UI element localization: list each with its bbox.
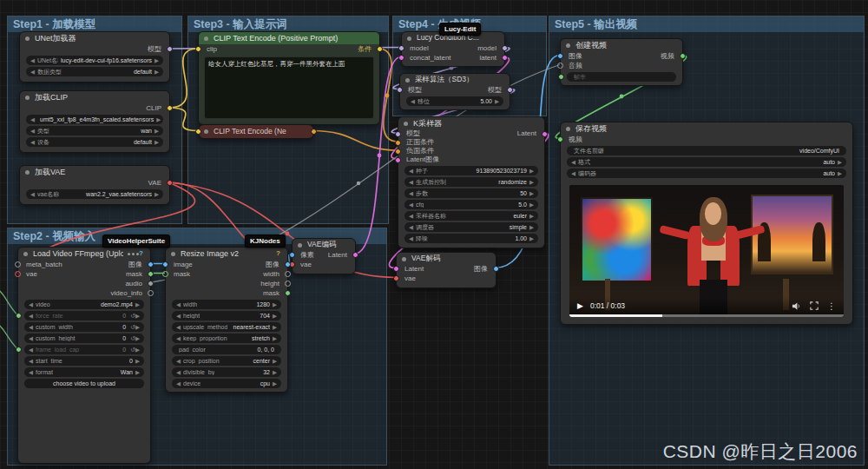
input-port-mask[interactable] (162, 271, 168, 277)
output-port-video[interactable] (680, 53, 686, 59)
right-arrow-icon[interactable] (155, 126, 159, 135)
input-port-fps[interactable] (558, 74, 564, 80)
group-step5-title[interactable]: Step5 - 输出视频 (549, 17, 864, 32)
left-arrow-icon[interactable] (30, 189, 35, 199)
node-ksampler[interactable]: K采样器 模型 Latent 正面条件 负面条件 Latent图像 种子9138… (398, 116, 545, 248)
right-arrow-icon[interactable] (155, 189, 159, 199)
left-arrow-icon[interactable] (29, 356, 33, 366)
left-arrow-icon[interactable] (30, 126, 35, 135)
input-port-latent-image[interactable] (395, 157, 401, 163)
group-step3-title[interactable]: Step3 - 输入提示词 (188, 17, 388, 32)
widget-shift[interactable]: 移位5.00 (406, 96, 503, 106)
node-vae-loader[interactable]: 加载VAE VAE vae名称wan2.2_vae.safetensors (19, 165, 170, 205)
node-clip-text-encode-positive[interactable]: CLIP Text Encode (Positive Prompt) clip … (198, 31, 380, 125)
node-title[interactable]: CLIP Text Encode (Positive Prompt) (199, 32, 379, 44)
left-arrow-icon[interactable] (29, 345, 33, 354)
node-title-row[interactable]: Load Video FFmpeg (Upload) ? (18, 248, 150, 260)
right-arrow-icon[interactable] (135, 334, 140, 343)
widget-upscale-method[interactable]: upscale_methodnearest-exact (172, 322, 281, 332)
node-title[interactable]: 加载VAE (20, 166, 169, 178)
left-arrow-icon[interactable] (409, 211, 413, 221)
widget-filename-prefix[interactable]: 文件名前缀video/ComfyUI (567, 146, 846, 155)
help-icon[interactable]: ? (139, 248, 143, 260)
widget-format[interactable]: 格式auto (567, 157, 846, 167)
left-arrow-icon[interactable] (571, 157, 575, 167)
widget-force-rate[interactable]: force_rate0 (24, 311, 144, 320)
node-create-video[interactable]: 创建视频 图像 视频 音频 帧率 (560, 38, 683, 86)
input-port-model[interactable] (395, 131, 401, 137)
right-arrow-icon[interactable] (135, 356, 140, 366)
widget-control-after-generate[interactable]: 生成后控制randomize (404, 177, 538, 187)
widget-cfg[interactable]: cfg5.0 (404, 200, 538, 209)
widget-fps[interactable]: 帧率 (567, 72, 676, 82)
left-arrow-icon[interactable] (409, 177, 413, 187)
node-title[interactable]: CLIP Text Encode (Ne (199, 125, 313, 138)
right-arrow-icon[interactable] (155, 67, 159, 76)
node-title[interactable]: 创建视频 (561, 39, 682, 51)
widget-device[interactable]: devicecpu (172, 379, 281, 388)
node-title[interactable]: 采样算法（SD3） (400, 74, 510, 85)
left-arrow-icon[interactable] (29, 322, 33, 332)
output-port-video-info[interactable] (148, 290, 154, 296)
right-arrow-icon[interactable] (529, 234, 534, 243)
right-arrow-icon[interactable] (273, 379, 277, 388)
help-icon[interactable]: ? (276, 248, 280, 260)
output-port-height[interactable] (285, 281, 291, 287)
right-arrow-icon[interactable] (838, 168, 842, 178)
output-port-image[interactable] (493, 266, 499, 272)
left-arrow-icon[interactable] (409, 188, 413, 198)
output-port-conditioning[interactable] (377, 46, 383, 52)
input-port-model[interactable] (398, 45, 404, 51)
right-arrow-icon[interactable] (529, 177, 534, 187)
right-arrow-icon[interactable] (529, 200, 534, 209)
left-arrow-icon[interactable] (29, 311, 33, 320)
widget-clip-type[interactable]: 类型wan (26, 126, 163, 135)
output-port-latent[interactable] (542, 131, 548, 137)
volume-icon[interactable] (792, 301, 801, 311)
right-arrow-icon[interactable] (838, 157, 842, 167)
widget-start-time[interactable]: start_time0 (24, 356, 144, 366)
input-port-model[interactable] (397, 87, 403, 93)
left-arrow-icon[interactable] (409, 200, 413, 209)
right-arrow-icon[interactable] (273, 334, 277, 343)
input-port-concat-latent[interactable] (398, 55, 404, 61)
input-port-latent[interactable] (393, 266, 399, 272)
right-arrow-icon[interactable] (135, 311, 140, 320)
left-arrow-icon[interactable] (176, 367, 181, 377)
input-port-positive[interactable] (395, 140, 401, 146)
widget-steps[interactable]: 步数50 (404, 188, 538, 198)
output-port-latent[interactable] (502, 55, 508, 61)
output-port-vae[interactable] (167, 180, 173, 186)
left-arrow-icon[interactable] (409, 166, 413, 175)
node-clip-text-encode-negative-collapsed[interactable]: CLIP Text Encode (Ne (198, 124, 314, 139)
input-port-frame-load-cap[interactable] (16, 347, 22, 353)
node-vae-decode[interactable]: VAE解码 Latent 图像 vae (396, 252, 496, 288)
widget-width[interactable]: width1280 (172, 300, 281, 309)
left-arrow-icon[interactable] (571, 168, 575, 178)
group-step1-title[interactable]: Step1 - 加载模型 (8, 17, 181, 32)
widget-denoise[interactable]: 降噪1.00 (404, 234, 538, 243)
right-arrow-icon[interactable] (529, 188, 534, 198)
output-port-image[interactable] (148, 261, 154, 268)
widget-scheduler[interactable]: 调度器simple (404, 222, 538, 232)
output-port-model[interactable] (167, 46, 173, 52)
input-port-meta-batch[interactable] (15, 261, 21, 268)
more-options-icon[interactable] (827, 301, 836, 311)
node-save-video[interactable]: 保存视频 视频 文件名前缀video/ComfyUI 格式auto 编码器aut… (560, 122, 853, 325)
choose-video-button[interactable]: choose video to upload (24, 379, 144, 388)
right-arrow-icon[interactable] (529, 166, 534, 175)
prompt-textarea[interactable]: 给女人穿上红色比基尼，再穿一件黑外套在上面 (204, 56, 374, 119)
input-port-negative[interactable] (395, 149, 401, 155)
video-player[interactable]: 0:01 / 0:03 (569, 185, 844, 317)
fullscreen-icon[interactable] (810, 301, 819, 310)
input-port-pixels[interactable] (289, 252, 295, 258)
output-port-latent[interactable] (352, 252, 358, 258)
input-port-force-rate[interactable] (16, 313, 22, 319)
node-lucy-condition[interactable]: Lucy Condition C... model model concat_l… (401, 31, 505, 67)
left-arrow-icon[interactable] (176, 379, 181, 388)
right-arrow-icon[interactable] (155, 137, 159, 147)
node-title[interactable]: K采样器 (398, 117, 544, 129)
left-arrow-icon[interactable] (176, 322, 181, 332)
left-arrow-icon[interactable] (176, 334, 181, 343)
widget-vae-name[interactable]: vae名称wan2.2_vae.safetensors (26, 189, 163, 199)
